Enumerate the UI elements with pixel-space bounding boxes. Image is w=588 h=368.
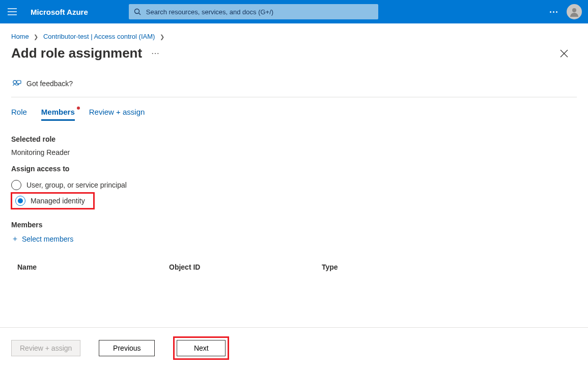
hamburger-menu-icon[interactable] [6,6,18,18]
svg-point-1 [572,8,576,12]
svg-point-2 [13,81,16,84]
brand-label: Microsoft Azure [31,8,88,16]
members-table-header: Name Object ID Type [11,259,577,275]
previous-button[interactable]: Previous [99,340,155,356]
svg-rect-3 [17,81,21,84]
tabs: Role Members Review + assign [11,108,577,121]
chevron-right-icon: ❯ [34,34,38,40]
tab-members-label: Members [41,108,75,116]
select-members-label: Select members [22,235,73,243]
feedback-label: Got feedback? [26,80,73,88]
highlight-managed-identity: Managed identity [11,192,95,209]
search-icon [134,8,141,15]
breadcrumb-parent[interactable]: Contributor-test | Access control (IAM) [43,33,155,40]
highlight-next: Next [173,336,229,360]
review-assign-button: Review + assign [11,340,80,356]
selected-role-value: Monitoring Reader [11,148,577,156]
close-icon[interactable] [559,49,569,58]
more-icon[interactable] [550,11,557,13]
content-scroll[interactable]: Got feedback? Role Members Review + assi… [0,74,588,327]
global-search-input[interactable]: Search resources, services, and docs (G+… [129,4,378,19]
tab-members[interactable]: Members [41,108,75,121]
breadcrumb-home[interactable]: Home [11,33,29,40]
svg-point-0 [134,9,139,14]
radio-icon[interactable] [11,180,21,190]
user-avatar[interactable] [567,4,582,19]
plus-icon: ＋ [11,234,19,244]
feedback-link[interactable]: Got feedback? [11,74,577,97]
attention-dot-icon [77,107,80,110]
tab-review[interactable]: Review + assign [89,108,145,121]
radio-user-group[interactable]: User, group, or service principal [11,178,577,192]
feedback-icon [11,78,21,89]
chevron-right-icon: ❯ [160,34,164,40]
selected-role-label: Selected role [11,135,577,143]
assign-access-label: Assign access to [11,165,577,173]
col-type: Type [322,263,577,271]
radio-mi-label: Managed identity [31,197,85,205]
page-title: Add role assignment [11,45,142,61]
next-button[interactable]: Next [177,340,226,356]
select-members-link[interactable]: ＋ Select members [11,234,577,244]
breadcrumb: Home ❯ Contributor-test | Access control… [0,23,588,43]
top-bar: Microsoft Azure Search resources, servic… [0,0,588,23]
col-object-id: Object ID [169,263,322,271]
footer-bar: Review + assign Previous Next [0,327,588,368]
search-placeholder: Search resources, services, and docs (G+… [146,8,273,16]
radio-selected-icon[interactable] [15,196,25,206]
members-label: Members [11,221,577,229]
tab-role[interactable]: Role [11,108,27,121]
title-row: Add role assignment ⋯ [0,43,588,70]
title-more-icon[interactable]: ⋯ [151,48,160,58]
col-name: Name [11,263,169,271]
radio-managed-identity[interactable]: Managed identity [13,196,85,206]
radio-user-label: User, group, or service principal [26,181,127,189]
